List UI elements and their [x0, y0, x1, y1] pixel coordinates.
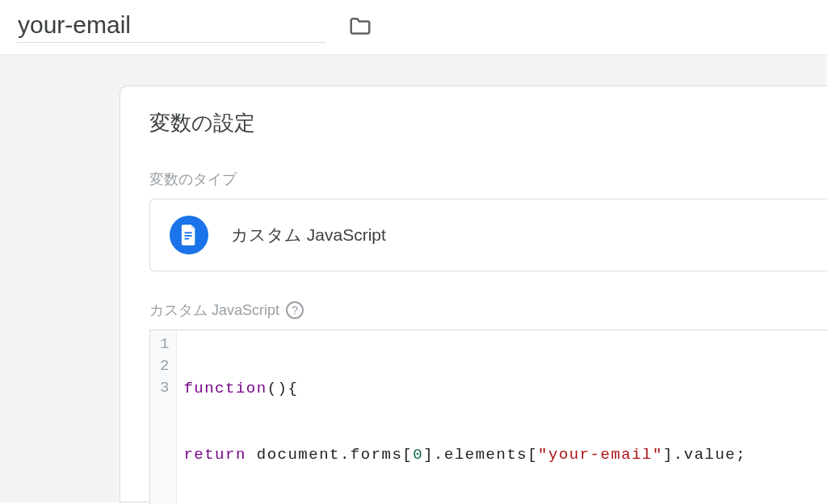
- variable-name-input[interactable]: [16, 8, 326, 43]
- line-number: 1: [160, 334, 170, 355]
- svg-rect-2: [185, 238, 190, 240]
- section-title: 変数の設定: [149, 109, 827, 137]
- header-bar: [0, 0, 827, 55]
- variable-type-selector[interactable]: カスタム JavaScript: [149, 199, 827, 271]
- help-icon[interactable]: ?: [286, 301, 304, 319]
- line-number: 2: [160, 355, 170, 377]
- svg-rect-1: [185, 235, 192, 237]
- variable-type-name: カスタム JavaScript: [231, 224, 386, 246]
- editor-label-row: カスタム JavaScript ?: [149, 300, 827, 320]
- editor-label: カスタム JavaScript: [149, 300, 279, 320]
- code-content[interactable]: function(){ return document.forms[0].ele…: [177, 330, 753, 504]
- code-editor[interactable]: 1 2 3 function(){ return document.forms[…: [149, 330, 827, 504]
- svg-rect-0: [185, 232, 192, 233]
- code-gutter: 1 2 3: [150, 330, 177, 504]
- workspace: 変数の設定 変数のタイプ カスタム JavaScript カスタム JavaSc…: [0, 55, 827, 502]
- variable-config-card: 変数の設定 変数のタイプ カスタム JavaScript カスタム JavaSc…: [120, 86, 827, 502]
- folder-icon[interactable]: [346, 11, 375, 40]
- document-icon: [170, 216, 208, 254]
- variable-type-label: 変数のタイプ: [149, 170, 827, 189]
- line-number: 3: [160, 377, 170, 399]
